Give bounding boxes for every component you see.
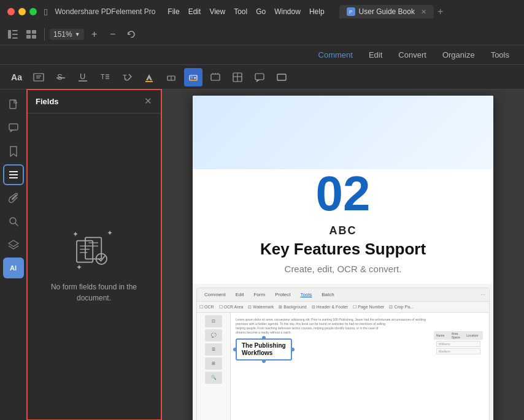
svg-rect-20 xyxy=(145,81,153,82)
sidebar-icon-page[interactable] xyxy=(3,94,24,115)
ss-sidebar-icon-3: ☰ xyxy=(205,343,222,356)
highlight-button[interactable] xyxy=(140,68,158,86)
tab-label: User Guide Book xyxy=(359,7,415,16)
menu-tool[interactable]: Tool xyxy=(234,7,247,16)
title-bar:  Wondershare PDFelement Pro File Edit V… xyxy=(0,0,524,23)
ss-subtab-ocr-area: ☐ OCR Area xyxy=(219,305,244,310)
tab-comment[interactable]: Comment xyxy=(311,48,360,62)
ss-tab-tools: Tools xyxy=(297,291,316,299)
comment-box-icon xyxy=(254,72,265,83)
text-insert-button[interactable]: T xyxy=(96,68,114,86)
ss-sidebar-icon-4: ⊞ xyxy=(205,357,222,370)
rectangle-icon xyxy=(276,72,287,83)
sidebar-icon-search[interactable] xyxy=(3,211,24,232)
pdf-area[interactable]: 02 ABC Key Features Support Create, edit… xyxy=(162,90,524,420)
pdf-abc-label: ABC xyxy=(193,224,493,237)
zoom-control[interactable]: 151% ▼ xyxy=(50,29,84,40)
sidebar-icon-ai[interactable]: AI xyxy=(3,258,24,278)
zoom-in-button[interactable]: + xyxy=(87,26,102,42)
svg-rect-7 xyxy=(32,35,36,39)
comment-box-button[interactable] xyxy=(250,68,269,86)
search-icon xyxy=(9,216,18,226)
minimize-button[interactable] xyxy=(18,8,26,15)
tab-tools[interactable]: Tools xyxy=(484,48,517,62)
main-toolbar: 151% ▼ + − xyxy=(0,23,524,45)
zoom-out-icon: − xyxy=(110,29,115,40)
attachment-icon xyxy=(9,193,18,204)
svg-rect-1 xyxy=(12,30,18,31)
close-button[interactable] xyxy=(7,8,15,15)
screenshot-main-content: Lorem ipsum dolor sit amet, consectetur … xyxy=(231,313,489,420)
tab-edit[interactable]: Edit xyxy=(361,48,390,62)
screenshot-toolbar: Comment Edit Form Protect Tools Batch ⋯ xyxy=(197,288,489,302)
zoom-out-button[interactable]: − xyxy=(105,26,121,42)
empty-state-icon: ✦ ✦ ✦ xyxy=(72,230,115,273)
svg-rect-2 xyxy=(12,34,18,35)
svg-marker-42 xyxy=(9,240,18,246)
menu-bar: File Edit View Tool Go Window Help xyxy=(168,7,324,16)
toolbar-separator xyxy=(44,28,45,40)
menu-window[interactable]: Window xyxy=(274,7,301,16)
svg-rect-36 xyxy=(9,124,18,130)
ss-sidebar-icon-1: ⊡ xyxy=(205,315,222,327)
menu-go[interactable]: Go xyxy=(256,7,266,16)
screenshot-content: ⊡ 💬 ☰ ⊞ 🔍 Lorem ipsum dolor sit amet, co… xyxy=(197,313,489,420)
svg-rect-34 xyxy=(277,74,286,80)
stamp-active-button[interactable]: T★ xyxy=(184,68,202,86)
underline-button[interactable]: U xyxy=(74,68,92,86)
text-box2-button[interactable] xyxy=(206,68,225,86)
app-name: Wondershare PDFelement Pro xyxy=(55,7,155,16)
ss-subtab-page-number: ☐ Page Number xyxy=(353,305,384,310)
sidebar-icon-layers[interactable] xyxy=(3,234,24,255)
panel-close-button[interactable]: ✕ xyxy=(144,96,152,107)
ss-sidebar-icon-5: 🔍 xyxy=(205,372,222,384)
sidebar-icon-bookmark[interactable] xyxy=(3,141,24,162)
zoom-dropdown-icon: ▼ xyxy=(75,31,80,37)
table-button[interactable] xyxy=(228,68,247,86)
new-tab-button[interactable]: + xyxy=(437,6,443,17)
card-header: Name Area Space Location xyxy=(434,331,483,340)
table-icon xyxy=(232,72,243,83)
maximize-button[interactable] xyxy=(29,8,37,15)
svg-text:U: U xyxy=(80,72,85,81)
document-tab[interactable]: P User Guide Book ✕ xyxy=(339,5,434,18)
empty-state-text: No form fields found in the document. xyxy=(39,281,148,304)
rectangle-button[interactable] xyxy=(272,68,291,86)
tab-convert[interactable]: Convert xyxy=(391,48,434,62)
underline-icon: U xyxy=(77,72,88,83)
grid-toggle-icon[interactable] xyxy=(23,26,39,42)
rotate-icon[interactable] xyxy=(123,26,139,42)
screenshot-right-card: Name Area Space Location Williams Madiso… xyxy=(434,331,483,356)
ss-subtab-watermark: ⊡ Watermark xyxy=(248,305,274,310)
sidebar-icon-attachment[interactable] xyxy=(3,188,24,208)
menu-edit[interactable]: Edit xyxy=(188,7,201,16)
sparkle-icon-3: ✦ xyxy=(76,263,82,272)
pdf-title: Key Features Support xyxy=(193,240,493,259)
svg-rect-6 xyxy=(26,35,31,39)
strikethrough-button[interactable]: S xyxy=(52,68,70,86)
ss-tab-batch: Batch xyxy=(318,291,337,299)
card-row-1: Williams xyxy=(436,341,480,347)
ss-tab-edit: Edit xyxy=(232,291,248,299)
text-format-icon: Aa xyxy=(11,72,22,82)
sidebar-icon-comment[interactable] xyxy=(3,118,24,139)
ss-tab-protect: Protect xyxy=(271,291,294,299)
traffic-lights xyxy=(7,8,37,15)
text-edit-button[interactable]: T xyxy=(118,68,136,86)
text-format-button[interactable]: Aa xyxy=(7,68,26,86)
tab-close-icon[interactable]: ✕ xyxy=(421,8,426,16)
menu-view[interactable]: View xyxy=(209,7,225,16)
sidebar-icon-fields[interactable] xyxy=(3,164,24,185)
menu-help[interactable]: Help xyxy=(309,7,325,16)
zoom-in-icon: + xyxy=(91,29,97,40)
sidebar-toggle-icon[interactable] xyxy=(5,26,21,42)
left-sidebar: AI xyxy=(0,90,27,420)
sparkle-icon-2: ✦ xyxy=(107,229,113,237)
text-box-button[interactable] xyxy=(29,68,48,86)
tab-organize[interactable]: Organize xyxy=(435,48,482,62)
page-icon xyxy=(9,99,18,110)
menu-file[interactable]: File xyxy=(168,7,179,16)
svg-rect-0 xyxy=(8,30,11,39)
panel-title: Fields xyxy=(36,97,59,106)
eraser-button[interactable] xyxy=(162,68,180,86)
